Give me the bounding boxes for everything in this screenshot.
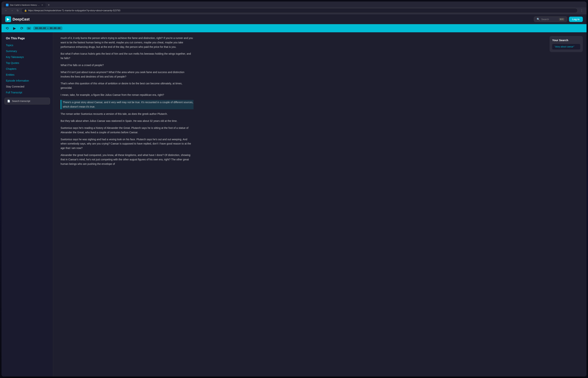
sidebar-item-label: Key Takeaways xyxy=(6,55,24,58)
tab-bar: Dan Carlin's Hardcore History: ... ✕ + xyxy=(1,1,587,7)
sidebar-item-label: Episode Information xyxy=(6,79,29,82)
content-inner: much of it, it only burns the person who… xyxy=(53,32,201,172)
sidebar-item-label: Chapters xyxy=(6,67,16,70)
extensions-button[interactable]: ⋮ xyxy=(579,8,584,13)
speed-badge[interactable]: 1x xyxy=(27,27,31,30)
sidebar: On This Page Topics Summary Key Takeaway… xyxy=(1,32,53,377)
sidebar-item-topics[interactable]: Topics xyxy=(1,42,53,48)
search-transcript-button[interactable]: 📄 Search transcript xyxy=(4,98,50,105)
browser-tab[interactable]: Dan Carlin's Hardcore History: ... ✕ xyxy=(4,3,46,7)
right-panel: Your Search "story about caesar" xyxy=(546,32,587,377)
sidebar-item-full-transcript[interactable]: Full Transcript xyxy=(1,90,53,95)
sidebar-item-episode-information[interactable]: Episode Information xyxy=(1,78,53,84)
rewind-button[interactable]: ⟲ xyxy=(4,26,10,31)
paragraph-4: What if it isn't just about Icarus anymo… xyxy=(61,70,194,79)
sidebar-item-label: Entities xyxy=(6,73,14,76)
url-text: https://deepcast.fm/episode/show-71-mani… xyxy=(28,9,575,12)
address-bar-row: ← → ↻ 🔒 https://deepcast.fm/episode/show… xyxy=(1,7,587,14)
paragraph-3: What if he falls on a crowd of people? xyxy=(61,63,194,68)
search-box-placeholder: Search xyxy=(541,18,558,21)
tab-close-button[interactable]: ✕ xyxy=(41,4,43,6)
logo-icon: ▶ xyxy=(5,16,11,22)
tab-title: Dan Carlin's Hardcore History: ... xyxy=(10,4,40,6)
paragraph-12: Alexander the great had conquered, you k… xyxy=(61,153,194,166)
sidebar-item-top-quotes[interactable]: Top Quotes xyxy=(1,60,53,66)
play-pause-button[interactable]: ▶ xyxy=(12,26,17,31)
search-query-badge: "story about caesar" xyxy=(552,44,580,50)
search-transcript-label: Search transcript xyxy=(12,100,30,102)
your-search-card: Your Search "story about caesar" xyxy=(550,36,583,52)
nav-back-button[interactable]: ← xyxy=(4,9,9,13)
tab-favicon xyxy=(6,4,9,6)
paragraph-5: That's when this question of this virtue… xyxy=(61,81,194,90)
sidebar-item-label: Full Transcript xyxy=(6,91,22,94)
sidebar-item-entities[interactable]: Entities xyxy=(1,72,53,78)
paragraph-6: I mean, take, for example, a figure like… xyxy=(61,93,194,97)
sidebar-item-summary[interactable]: Summary xyxy=(1,48,53,54)
sidebar-item-label: Top Quotes xyxy=(6,61,19,64)
sidebar-item-label: Topics xyxy=(6,44,13,47)
search-transcript-icon: 📄 xyxy=(7,100,10,102)
paragraph-1: much of it, it only burns the person who… xyxy=(61,36,194,49)
time-display: 00:00:00 – 00:00:00 xyxy=(33,27,62,30)
your-search-title: Your Search xyxy=(552,39,580,42)
nav-forward-button[interactable]: → xyxy=(10,9,14,13)
sidebar-item-stay-connected: Stay Connected xyxy=(1,84,53,90)
paragraph-8: The roman writer Suetonius recounts a ve… xyxy=(61,112,194,116)
paragraph-2: But what if when Icarus hubris gets the … xyxy=(61,52,194,61)
login-button[interactable]: Log in xyxy=(569,17,583,22)
paragraph-10: Suetonius says he's reading a history of… xyxy=(61,126,194,135)
search-kbd: ⌘ K xyxy=(559,18,564,21)
nav-refresh-button[interactable]: ↻ xyxy=(15,9,20,13)
sidebar-item-key-takeaways[interactable]: Key Takeaways xyxy=(1,54,53,60)
playbar: ⟲ ▶ ⟳ 1x 00:00:00 – 00:00:00 xyxy=(1,24,587,32)
fast-forward-button[interactable]: ⟳ xyxy=(19,26,24,31)
sidebar-item-chapters[interactable]: Chapters xyxy=(1,66,53,72)
sidebar-section-title: On This Page xyxy=(1,35,53,42)
sidebar-item-label: Summary xyxy=(6,50,17,53)
header-search: 🔍 Search ⌘ K Log in xyxy=(534,16,583,22)
highlighted-text: There's a great story about Caesar, and … xyxy=(63,101,193,108)
highlighted-paragraph: There's a great story about Caesar, and … xyxy=(61,100,194,109)
app-header: ▶ DeepCast 🔍 Search ⌘ K Log in xyxy=(1,14,587,24)
sidebar-item-label: Stay Connected xyxy=(6,85,24,88)
paragraph-11: Suetonius says he was sighing and had a … xyxy=(61,137,194,150)
header-search-box[interactable]: 🔍 Search ⌘ K xyxy=(534,16,567,22)
paragraph-9: But they talk about when Julius Caesar w… xyxy=(61,119,194,123)
content-area[interactable]: much of it, it only burns the person who… xyxy=(53,32,546,377)
main-layout: On This Page Topics Summary Key Takeaway… xyxy=(1,32,587,377)
logo-area: ▶ DeepCast xyxy=(5,16,29,22)
new-tab-button[interactable]: + xyxy=(46,3,51,7)
search-icon: 🔍 xyxy=(537,18,540,21)
browser-nav: ← → ↻ xyxy=(4,9,20,13)
logo-text: DeepCast xyxy=(13,17,29,21)
address-bar[interactable]: 🔒 https://deepcast.fm/episode/show-71-ma… xyxy=(21,8,578,13)
